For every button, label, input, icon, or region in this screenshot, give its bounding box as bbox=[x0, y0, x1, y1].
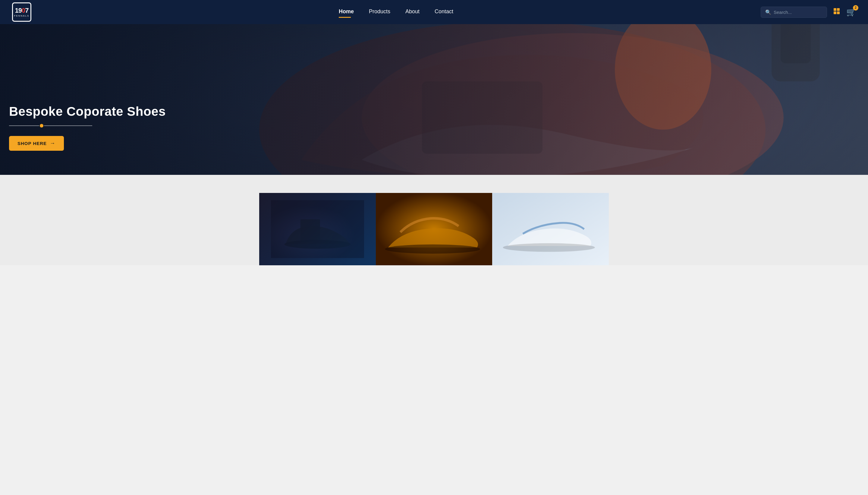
svg-point-15 bbox=[284, 240, 350, 249]
svg-rect-0 bbox=[834, 8, 836, 11]
product-card-2[interactable] bbox=[376, 193, 492, 265]
svg-rect-3 bbox=[837, 12, 840, 14]
logo-area[interactable]: 1907 FENNALS bbox=[12, 2, 31, 22]
shop-here-button[interactable]: SHOP HERE → bbox=[9, 136, 64, 151]
grid-icon[interactable] bbox=[833, 7, 840, 17]
logo-badge: 1907 FENNALS bbox=[12, 2, 31, 22]
product-card-3[interactable] bbox=[492, 193, 609, 265]
hero-section: Bespoke Coporate Shoes SHOP HERE → bbox=[0, 24, 868, 175]
hero-overlay bbox=[0, 24, 868, 175]
logo-subtitle: FENNALS bbox=[14, 15, 30, 17]
hero-content: Bespoke Coporate Shoes SHOP HERE → bbox=[9, 104, 166, 151]
logo-year: 1907 bbox=[15, 7, 29, 14]
header: 1907 FENNALS Home Products About Contact… bbox=[0, 0, 868, 24]
svg-rect-1 bbox=[837, 8, 840, 11]
hero-dot bbox=[40, 124, 44, 127]
svg-rect-14 bbox=[300, 219, 320, 241]
products-grid bbox=[259, 193, 609, 265]
search-icon: 🔍 bbox=[765, 9, 771, 15]
cart-badge: 2 bbox=[853, 5, 858, 11]
product-card-1[interactable] bbox=[259, 193, 376, 265]
svg-point-19 bbox=[503, 243, 595, 252]
header-right: 🔍 🛒 2 bbox=[761, 7, 856, 18]
search-box[interactable]: 🔍 bbox=[761, 7, 827, 18]
products-section bbox=[0, 175, 868, 265]
main-nav: Home Products About Contact bbox=[339, 8, 453, 16]
hero-title: Bespoke Coporate Shoes bbox=[9, 104, 166, 119]
cart-wrapper[interactable]: 🛒 2 bbox=[846, 7, 856, 17]
nav-about[interactable]: About bbox=[405, 8, 419, 16]
shop-btn-label: SHOP HERE bbox=[17, 141, 47, 146]
svg-rect-2 bbox=[834, 12, 836, 14]
nav-contact[interactable]: Contact bbox=[435, 8, 453, 16]
search-input[interactable] bbox=[774, 10, 822, 15]
hero-line-left bbox=[9, 125, 39, 126]
hero-divider bbox=[9, 124, 166, 127]
svg-point-17 bbox=[385, 244, 480, 254]
hero-line-right bbox=[44, 125, 92, 126]
nav-products[interactable]: Products bbox=[369, 8, 390, 16]
shop-btn-arrow: → bbox=[50, 140, 55, 147]
nav-home[interactable]: Home bbox=[339, 8, 354, 16]
